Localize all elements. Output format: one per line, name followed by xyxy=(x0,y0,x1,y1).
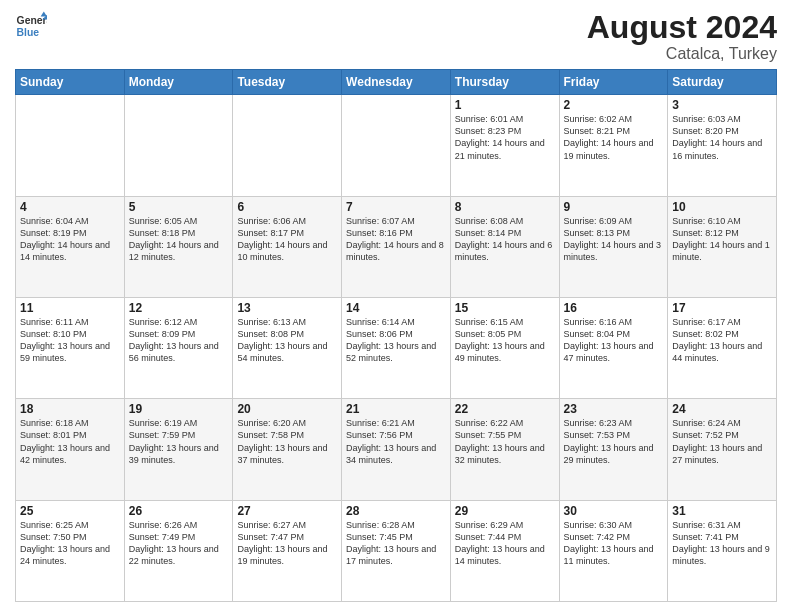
day-info: Sunrise: 6:22 AM Sunset: 7:55 PM Dayligh… xyxy=(455,417,555,466)
calendar-cell: 18Sunrise: 6:18 AM Sunset: 8:01 PM Dayli… xyxy=(16,399,125,500)
day-number: 9 xyxy=(564,200,664,214)
col-saturday: Saturday xyxy=(668,70,777,95)
day-number: 25 xyxy=(20,504,120,518)
day-info: Sunrise: 6:04 AM Sunset: 8:19 PM Dayligh… xyxy=(20,215,120,264)
day-number: 7 xyxy=(346,200,446,214)
calendar-cell: 13Sunrise: 6:13 AM Sunset: 8:08 PM Dayli… xyxy=(233,297,342,398)
day-info: Sunrise: 6:27 AM Sunset: 7:47 PM Dayligh… xyxy=(237,519,337,568)
calendar-cell xyxy=(124,95,233,196)
calendar-cell: 10Sunrise: 6:10 AM Sunset: 8:12 PM Dayli… xyxy=(668,196,777,297)
calendar-cell: 8Sunrise: 6:08 AM Sunset: 8:14 PM Daylig… xyxy=(450,196,559,297)
day-info: Sunrise: 6:07 AM Sunset: 8:16 PM Dayligh… xyxy=(346,215,446,264)
svg-text:General: General xyxy=(17,15,47,26)
day-number: 2 xyxy=(564,98,664,112)
logo-icon: General Blue xyxy=(15,10,47,42)
calendar-cell: 14Sunrise: 6:14 AM Sunset: 8:06 PM Dayli… xyxy=(342,297,451,398)
title-block: August 2024 Catalca, Turkey xyxy=(587,10,777,63)
day-number: 29 xyxy=(455,504,555,518)
svg-text:Blue: Blue xyxy=(17,27,40,38)
page: General Blue August 2024 Catalca, Turkey… xyxy=(0,0,792,612)
main-title: August 2024 xyxy=(587,10,777,45)
calendar-cell: 19Sunrise: 6:19 AM Sunset: 7:59 PM Dayli… xyxy=(124,399,233,500)
day-number: 18 xyxy=(20,402,120,416)
header: General Blue August 2024 Catalca, Turkey xyxy=(15,10,777,63)
day-number: 26 xyxy=(129,504,229,518)
day-number: 5 xyxy=(129,200,229,214)
day-info: Sunrise: 6:23 AM Sunset: 7:53 PM Dayligh… xyxy=(564,417,664,466)
day-number: 12 xyxy=(129,301,229,315)
calendar-cell: 26Sunrise: 6:26 AM Sunset: 7:49 PM Dayli… xyxy=(124,500,233,601)
calendar-week-1: 1Sunrise: 6:01 AM Sunset: 8:23 PM Daylig… xyxy=(16,95,777,196)
day-info: Sunrise: 6:19 AM Sunset: 7:59 PM Dayligh… xyxy=(129,417,229,466)
day-info: Sunrise: 6:17 AM Sunset: 8:02 PM Dayligh… xyxy=(672,316,772,365)
day-info: Sunrise: 6:28 AM Sunset: 7:45 PM Dayligh… xyxy=(346,519,446,568)
logo: General Blue xyxy=(15,10,47,42)
calendar-cell: 25Sunrise: 6:25 AM Sunset: 7:50 PM Dayli… xyxy=(16,500,125,601)
calendar-header-row: Sunday Monday Tuesday Wednesday Thursday… xyxy=(16,70,777,95)
calendar-cell xyxy=(342,95,451,196)
calendar-cell: 17Sunrise: 6:17 AM Sunset: 8:02 PM Dayli… xyxy=(668,297,777,398)
calendar-week-5: 25Sunrise: 6:25 AM Sunset: 7:50 PM Dayli… xyxy=(16,500,777,601)
calendar-cell: 20Sunrise: 6:20 AM Sunset: 7:58 PM Dayli… xyxy=(233,399,342,500)
day-info: Sunrise: 6:08 AM Sunset: 8:14 PM Dayligh… xyxy=(455,215,555,264)
day-number: 30 xyxy=(564,504,664,518)
calendar-cell: 12Sunrise: 6:12 AM Sunset: 8:09 PM Dayli… xyxy=(124,297,233,398)
calendar-cell: 4Sunrise: 6:04 AM Sunset: 8:19 PM Daylig… xyxy=(16,196,125,297)
col-tuesday: Tuesday xyxy=(233,70,342,95)
calendar-cell xyxy=(233,95,342,196)
day-info: Sunrise: 6:29 AM Sunset: 7:44 PM Dayligh… xyxy=(455,519,555,568)
calendar-cell: 21Sunrise: 6:21 AM Sunset: 7:56 PM Dayli… xyxy=(342,399,451,500)
day-number: 16 xyxy=(564,301,664,315)
day-info: Sunrise: 6:20 AM Sunset: 7:58 PM Dayligh… xyxy=(237,417,337,466)
day-info: Sunrise: 6:02 AM Sunset: 8:21 PM Dayligh… xyxy=(564,113,664,162)
day-number: 31 xyxy=(672,504,772,518)
calendar-cell: 7Sunrise: 6:07 AM Sunset: 8:16 PM Daylig… xyxy=(342,196,451,297)
day-number: 8 xyxy=(455,200,555,214)
calendar-week-3: 11Sunrise: 6:11 AM Sunset: 8:10 PM Dayli… xyxy=(16,297,777,398)
day-number: 13 xyxy=(237,301,337,315)
calendar-cell: 30Sunrise: 6:30 AM Sunset: 7:42 PM Dayli… xyxy=(559,500,668,601)
day-number: 14 xyxy=(346,301,446,315)
day-number: 20 xyxy=(237,402,337,416)
day-info: Sunrise: 6:26 AM Sunset: 7:49 PM Dayligh… xyxy=(129,519,229,568)
calendar-cell: 15Sunrise: 6:15 AM Sunset: 8:05 PM Dayli… xyxy=(450,297,559,398)
day-info: Sunrise: 6:30 AM Sunset: 7:42 PM Dayligh… xyxy=(564,519,664,568)
day-info: Sunrise: 6:16 AM Sunset: 8:04 PM Dayligh… xyxy=(564,316,664,365)
day-number: 28 xyxy=(346,504,446,518)
calendar-cell: 31Sunrise: 6:31 AM Sunset: 7:41 PM Dayli… xyxy=(668,500,777,601)
day-info: Sunrise: 6:09 AM Sunset: 8:13 PM Dayligh… xyxy=(564,215,664,264)
day-number: 4 xyxy=(20,200,120,214)
day-number: 3 xyxy=(672,98,772,112)
day-number: 15 xyxy=(455,301,555,315)
calendar-cell xyxy=(16,95,125,196)
day-number: 11 xyxy=(20,301,120,315)
day-info: Sunrise: 6:06 AM Sunset: 8:17 PM Dayligh… xyxy=(237,215,337,264)
calendar-table: Sunday Monday Tuesday Wednesday Thursday… xyxy=(15,69,777,602)
calendar-cell: 22Sunrise: 6:22 AM Sunset: 7:55 PM Dayli… xyxy=(450,399,559,500)
calendar-cell: 28Sunrise: 6:28 AM Sunset: 7:45 PM Dayli… xyxy=(342,500,451,601)
calendar-cell: 3Sunrise: 6:03 AM Sunset: 8:20 PM Daylig… xyxy=(668,95,777,196)
day-info: Sunrise: 6:11 AM Sunset: 8:10 PM Dayligh… xyxy=(20,316,120,365)
day-info: Sunrise: 6:13 AM Sunset: 8:08 PM Dayligh… xyxy=(237,316,337,365)
calendar-cell: 2Sunrise: 6:02 AM Sunset: 8:21 PM Daylig… xyxy=(559,95,668,196)
day-number: 27 xyxy=(237,504,337,518)
day-info: Sunrise: 6:15 AM Sunset: 8:05 PM Dayligh… xyxy=(455,316,555,365)
calendar-cell: 1Sunrise: 6:01 AM Sunset: 8:23 PM Daylig… xyxy=(450,95,559,196)
day-info: Sunrise: 6:24 AM Sunset: 7:52 PM Dayligh… xyxy=(672,417,772,466)
subtitle: Catalca, Turkey xyxy=(587,45,777,63)
day-number: 24 xyxy=(672,402,772,416)
col-monday: Monday xyxy=(124,70,233,95)
calendar-cell: 29Sunrise: 6:29 AM Sunset: 7:44 PM Dayli… xyxy=(450,500,559,601)
day-info: Sunrise: 6:18 AM Sunset: 8:01 PM Dayligh… xyxy=(20,417,120,466)
calendar-week-2: 4Sunrise: 6:04 AM Sunset: 8:19 PM Daylig… xyxy=(16,196,777,297)
calendar-cell: 27Sunrise: 6:27 AM Sunset: 7:47 PM Dayli… xyxy=(233,500,342,601)
col-friday: Friday xyxy=(559,70,668,95)
calendar-cell: 9Sunrise: 6:09 AM Sunset: 8:13 PM Daylig… xyxy=(559,196,668,297)
day-info: Sunrise: 6:25 AM Sunset: 7:50 PM Dayligh… xyxy=(20,519,120,568)
col-thursday: Thursday xyxy=(450,70,559,95)
day-info: Sunrise: 6:10 AM Sunset: 8:12 PM Dayligh… xyxy=(672,215,772,264)
col-wednesday: Wednesday xyxy=(342,70,451,95)
day-info: Sunrise: 6:12 AM Sunset: 8:09 PM Dayligh… xyxy=(129,316,229,365)
calendar-cell: 24Sunrise: 6:24 AM Sunset: 7:52 PM Dayli… xyxy=(668,399,777,500)
day-info: Sunrise: 6:31 AM Sunset: 7:41 PM Dayligh… xyxy=(672,519,772,568)
